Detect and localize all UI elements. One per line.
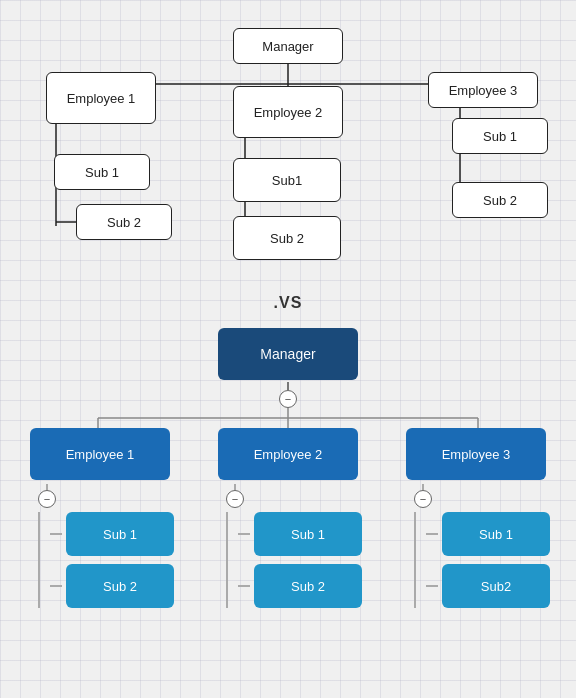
emp3-sub1-node[interactable]: Sub 1 xyxy=(442,512,550,556)
wf-sub2-1-node: Sub 2 xyxy=(76,204,172,240)
emp2-sub1-label: Sub 1 xyxy=(291,527,325,542)
wf-emp2-label: Employee 2 xyxy=(254,105,323,120)
emp3-label: Employee 3 xyxy=(442,447,511,462)
h-connector xyxy=(10,408,566,428)
wf-sub1-3-label: Sub 1 xyxy=(483,129,517,144)
emp2-label: Employee 2 xyxy=(254,447,323,462)
wireframe-chart: Manager Employee 1 Sub 1 Sub 2 Employee … xyxy=(20,16,556,276)
vs-label: .VS xyxy=(0,286,576,328)
emp3-collapse-icon[interactable]: − xyxy=(414,490,432,508)
emp3-sub1-label: Sub 1 xyxy=(479,527,513,542)
wf-emp2-node: Employee 2 xyxy=(233,86,343,138)
emp1-node[interactable]: Employee 1 xyxy=(30,428,170,480)
wf-sub1-1-node: Sub 1 xyxy=(54,154,150,190)
emp3-sub2-label: Sub2 xyxy=(481,579,511,594)
wf-sub2-3-label: Sub 2 xyxy=(483,193,517,208)
wf-sub1-3-node: Sub 1 xyxy=(452,118,548,154)
emp2-col: Employee 2 − Sub 1 xyxy=(203,428,373,608)
emp1-sub1-label: Sub 1 xyxy=(103,527,137,542)
emp1-sub2-label: Sub 2 xyxy=(103,579,137,594)
emp3-col: Employee 3 − Sub 1 xyxy=(391,428,561,608)
wf-sub1-1-label: Sub 1 xyxy=(85,165,119,180)
emp2-collapse-row: − xyxy=(218,480,358,512)
wf-sub2-2-label: Sub 2 xyxy=(270,231,304,246)
manager-row: Manager xyxy=(10,328,566,380)
emp2-sub2-node[interactable]: Sub 2 xyxy=(254,564,362,608)
manager-collapse-icon[interactable]: − xyxy=(279,390,297,408)
emp1-collapse-icon[interactable]: − xyxy=(38,490,56,508)
wf-emp3-label: Employee 3 xyxy=(449,83,518,98)
wf-sub2-2-node: Sub 2 xyxy=(233,216,341,260)
manager-node[interactable]: Manager xyxy=(218,328,358,380)
emp2-node[interactable]: Employee 2 xyxy=(218,428,358,480)
wf-emp1-label: Employee 1 xyxy=(67,91,136,106)
wf-sub1-2-label: Sub1 xyxy=(272,173,302,188)
emp3-collapse-row: − xyxy=(406,480,546,512)
wf-manager-label: Manager xyxy=(262,39,313,54)
bottom-section: Manager − Employee 1 xyxy=(0,328,576,628)
wf-sub2-1-label: Sub 2 xyxy=(107,215,141,230)
emp3-sub2-node[interactable]: Sub2 xyxy=(442,564,550,608)
emp2-sub1-node[interactable]: Sub 1 xyxy=(254,512,362,556)
emp1-sub2-node[interactable]: Sub 2 xyxy=(66,564,174,608)
emp1-sub1-node[interactable]: Sub 1 xyxy=(66,512,174,556)
wf-emp1-node: Employee 1 xyxy=(46,72,156,124)
emp1-label: Employee 1 xyxy=(66,447,135,462)
emp1-collapse-row: − xyxy=(30,480,170,512)
emp2-collapse-icon[interactable]: − xyxy=(226,490,244,508)
emp1-col: Employee 1 − Sub 1 xyxy=(15,428,185,608)
wf-sub1-2-node: Sub1 xyxy=(233,158,341,202)
emp2-sub2-label: Sub 2 xyxy=(291,579,325,594)
wf-sub2-3-node: Sub 2 xyxy=(452,182,548,218)
top-section: Manager Employee 1 Sub 1 Sub 2 Employee … xyxy=(0,0,576,286)
employees-row: Employee 1 − Sub 1 xyxy=(10,428,566,608)
wf-emp3-node: Employee 3 xyxy=(428,72,538,108)
wf-manager-node: Manager xyxy=(233,28,343,64)
manager-label: Manager xyxy=(260,346,315,362)
emp3-node[interactable]: Employee 3 xyxy=(406,428,546,480)
